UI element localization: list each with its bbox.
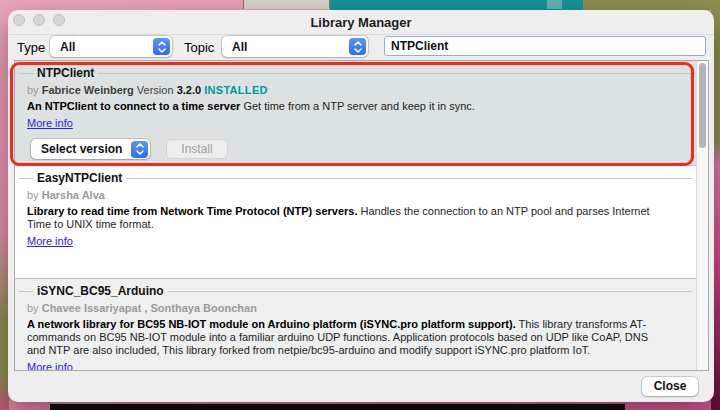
topic-dropdown-value: All	[232, 40, 247, 54]
desktop-wallpaper-olive	[583, 0, 720, 10]
type-dropdown-value: All	[60, 40, 75, 54]
version-label: Version	[137, 84, 174, 96]
library-list: NTPClient by Fabrice Weinberg Version 3.…	[14, 60, 709, 371]
library-entry-header: NTPClient	[27, 67, 668, 80]
chevron-up-down-icon	[131, 141, 148, 158]
library-author: Fabrice Weinberg	[42, 84, 134, 96]
list-scrollbar-thumb[interactable]	[699, 63, 706, 148]
library-entry-header: EasyNTPClient	[27, 172, 668, 185]
chevron-up-down-icon	[153, 38, 170, 55]
window-title: Library Manager	[8, 15, 714, 30]
library-description: Library to read time from Network Time P…	[27, 205, 668, 231]
library-byline: by Harsha Alva	[27, 189, 668, 202]
by-label: by	[27, 302, 39, 314]
topic-label: Topic	[184, 40, 214, 55]
list-scrollbar-track[interactable]	[696, 61, 708, 370]
background-window-bottom-bar	[50, 404, 625, 410]
close-button[interactable]: Close	[642, 377, 698, 396]
screen: Library Manager Type All Topic All NTPCl…	[0, 0, 720, 410]
type-label: Type	[17, 40, 45, 55]
background-window-notch	[547, 0, 562, 9]
type-dropdown[interactable]: All	[50, 36, 172, 57]
header-rule	[19, 73, 692, 74]
title-bar: Library Manager	[8, 10, 714, 35]
library-summary: A network library for BC95 NB-IOT module…	[27, 318, 516, 330]
library-author: Chavee Issariyapat , Sonthaya Boonchan	[42, 302, 257, 314]
by-label: by	[27, 84, 39, 96]
more-info-link[interactable]: More info	[27, 235, 73, 247]
library-summary: Library to read time from Network Time P…	[27, 205, 358, 217]
library-byline: by Fabrice Weinberg Version 3.2.0 INSTAL…	[27, 84, 668, 97]
library-description-text: Get time from a NTP server and keep it i…	[243, 100, 475, 112]
background-window-tab	[243, 0, 330, 9]
by-label: by	[27, 189, 39, 201]
library-entry-header: iSYNC_BC95_Arduino	[27, 285, 668, 298]
library-entry-easyntpclient[interactable]: EasyNTPClient by Harsha Alva Library to …	[15, 165, 708, 278]
more-info-link[interactable]: More info	[27, 361, 73, 371]
library-description: An NTPClient to connect to a time server…	[27, 100, 668, 113]
version-number: 3.2.0	[177, 84, 201, 96]
library-description: A network library for BC95 NB-IOT module…	[27, 318, 668, 357]
more-info-link[interactable]: More info	[27, 117, 73, 129]
chevron-up-down-icon	[349, 38, 366, 55]
library-byline: by Chavee Issariyapat , Sonthaya Booncha…	[27, 302, 668, 315]
library-entry-isync-bc95-arduino[interactable]: iSYNC_BC95_Arduino by Chavee Issariyapat…	[15, 278, 708, 370]
library-summary: An NTPClient to connect to a time server	[27, 100, 240, 112]
library-name: EasyNTPClient	[33, 172, 126, 185]
version-select-dropdown[interactable]: Select version	[31, 139, 150, 159]
library-manager-dialog: Library Manager Type All Topic All NTPCl…	[8, 10, 714, 402]
installed-badge: INSTALLED	[204, 84, 268, 96]
library-author: Harsha Alva	[42, 189, 105, 201]
search-input[interactable]	[384, 36, 706, 56]
topic-dropdown[interactable]: All	[222, 36, 368, 57]
library-name: NTPClient	[33, 67, 98, 80]
install-button[interactable]: Install	[166, 139, 228, 159]
library-name: iSYNC_BC95_Arduino	[33, 285, 168, 298]
library-entry-controls: Select version Install	[27, 139, 668, 159]
library-entry-ntpclient[interactable]: NTPClient by Fabrice Weinberg Version 3.…	[15, 61, 708, 165]
version-select-value: Select version	[41, 142, 122, 156]
background-window-toolbar	[330, 0, 583, 10]
